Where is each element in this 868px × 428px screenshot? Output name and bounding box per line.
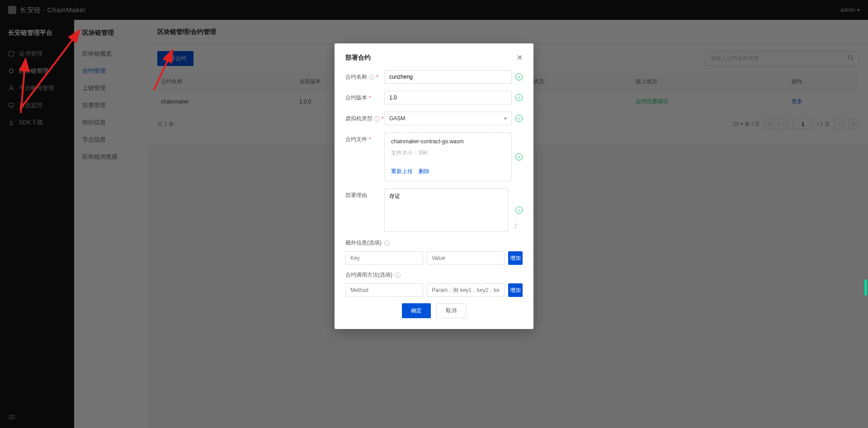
cancel-button[interactable]: 取消 <box>436 303 466 318</box>
annotation-arrow-3 <box>150 49 182 94</box>
char-count: 2 <box>514 223 517 229</box>
label-contract-file: 合约文件 <box>345 136 367 143</box>
param-input[interactable] <box>427 283 505 297</box>
add-method-button[interactable]: 增加 <box>508 283 523 297</box>
scrollbar-indicator <box>864 279 867 296</box>
chevron-down-icon: ▾ <box>504 115 507 122</box>
contract-name-input[interactable] <box>384 70 512 84</box>
confirm-button[interactable]: 确定 <box>402 303 431 318</box>
annotation-arrow-2 <box>13 58 35 117</box>
vm-type-value: GASM <box>389 115 405 122</box>
label-method: 合约调用方法(选填) <box>345 271 392 279</box>
check-icon: ✓ <box>515 153 523 160</box>
label-vm-type: 虚拟机类型 <box>345 115 373 122</box>
check-icon: ✓ <box>515 115 523 122</box>
reupload-link[interactable]: 重新上传 <box>391 168 413 174</box>
label-contract-version: 合约版本 <box>345 94 367 102</box>
info-icon: i <box>369 75 374 80</box>
info-icon: i <box>374 116 380 122</box>
uploaded-filesize: 文件大小：35K <box>391 149 505 157</box>
vm-type-select[interactable]: GASM ▾ <box>384 112 512 125</box>
deploy-contract-modal: 部署合约 ✕ 合约名称i* ✓ 合约版本* ✓ 虚拟机类型i* GASM ▾ ✓… <box>335 43 533 329</box>
svg-line-10 <box>154 52 172 90</box>
contract-version-input[interactable] <box>384 91 512 104</box>
method-input[interactable] <box>345 283 423 297</box>
info-icon: i <box>395 273 401 278</box>
extra-key-input[interactable] <box>345 251 423 265</box>
label-contract-name: 合约名称 <box>345 73 367 81</box>
delete-file-link[interactable]: 删除 <box>419 168 429 174</box>
svg-line-8 <box>21 61 25 113</box>
extra-value-input[interactable] <box>427 251 505 265</box>
close-icon[interactable]: ✕ <box>517 53 523 62</box>
label-extra-info: 额外信息(选填) <box>345 239 382 247</box>
add-extra-button[interactable]: 增加 <box>508 251 523 265</box>
check-icon: ✓ <box>515 94 523 101</box>
modal-title: 部署合约 <box>345 54 371 62</box>
check-icon: ✓ <box>515 207 523 214</box>
contract-file-upload: chainmaker-contract-go.wasm 文件大小：35K 重新上… <box>384 132 512 181</box>
label-deploy-reason: 部署理由 <box>345 192 367 199</box>
check-icon: ✓ <box>515 73 523 80</box>
uploaded-filename: chainmaker-contract-go.wasm <box>391 138 505 145</box>
info-icon: i <box>384 240 390 246</box>
deploy-reason-textarea[interactable] <box>384 188 508 232</box>
